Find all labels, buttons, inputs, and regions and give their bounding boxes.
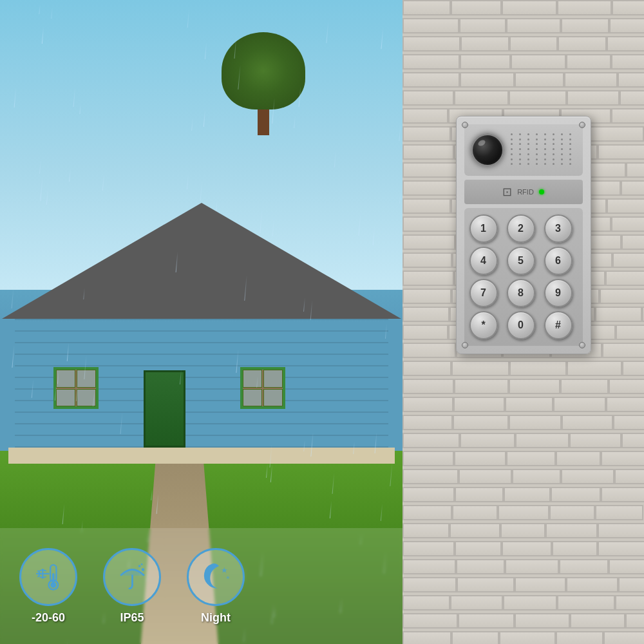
svg-rect-11 (52, 573, 55, 584)
speaker-dot (511, 138, 513, 140)
brick (512, 469, 561, 484)
key-9-button[interactable]: 9 (544, 279, 573, 307)
pane (243, 389, 262, 407)
speaker-dot (561, 163, 563, 165)
key-2-button[interactable]: 2 (507, 214, 535, 243)
speaker-dot (561, 148, 563, 150)
brick (402, 162, 457, 178)
pane (56, 370, 75, 388)
brick (556, 631, 604, 644)
speaker-dot (527, 148, 529, 150)
key-7-button[interactable]: 7 (469, 279, 498, 307)
speaker-dot (536, 143, 538, 145)
brick (502, 541, 553, 556)
speaker-dot (561, 158, 563, 160)
brick (603, 631, 644, 644)
speaker-dot (553, 138, 554, 140)
key-1-button[interactable]: 1 (469, 214, 498, 243)
brick (562, 415, 613, 430)
speaker-dot (536, 163, 538, 165)
brick (598, 523, 644, 538)
key-8-button[interactable]: 8 (507, 279, 535, 307)
speaker-dot (569, 148, 571, 150)
speaker-dot (553, 143, 554, 145)
brick (460, 433, 515, 448)
key-5-button[interactable]: 5 (507, 247, 535, 275)
brick (564, 72, 617, 88)
speaker-dot (553, 163, 554, 165)
brick (402, 559, 456, 574)
brick-row (402, 541, 644, 559)
brick (402, 577, 457, 592)
pane (263, 389, 283, 407)
brick (569, 433, 621, 448)
brick (457, 577, 515, 592)
svg-point-13 (138, 565, 140, 567)
thermometer-snowflake-icon (31, 559, 66, 594)
key-#-button[interactable]: # (544, 311, 573, 339)
brick-row (402, 577, 644, 595)
brick (402, 144, 454, 160)
speaker-dot (544, 143, 546, 145)
umbrella-drops-icon (115, 559, 150, 594)
house-body (15, 319, 388, 448)
brick (402, 270, 454, 286)
brick (402, 469, 459, 484)
brick (459, 18, 506, 33)
brick-row (402, 613, 644, 631)
key-3-button[interactable]: 3 (544, 214, 573, 243)
brick (600, 289, 644, 304)
speaker-dot (527, 153, 529, 155)
brick (402, 541, 455, 556)
speaker-dot (544, 158, 546, 160)
speaker-dot (511, 158, 513, 160)
brick (620, 90, 644, 106)
brick (606, 397, 644, 412)
brick (451, 0, 502, 15)
rfid-indicator (539, 189, 544, 194)
key-4-button[interactable]: 4 (469, 247, 498, 275)
brick (500, 523, 545, 538)
key-0-button[interactable]: 0 (507, 311, 535, 339)
key-*-button[interactable]: * (469, 311, 498, 339)
brick (616, 325, 644, 340)
speaker-dot (569, 153, 571, 155)
tree-crown (222, 32, 305, 109)
brick (557, 0, 612, 15)
feature-night: Night (187, 548, 245, 625)
brick (498, 505, 549, 520)
speaker-dot (544, 148, 546, 150)
moon-stars-icon (198, 559, 234, 594)
brick (567, 361, 622, 376)
brick (615, 595, 644, 611)
brick (402, 343, 456, 358)
window-right (240, 367, 285, 409)
screw-top-right (579, 122, 585, 128)
speaker-dot (511, 153, 513, 155)
brick (511, 54, 567, 70)
brick (402, 289, 451, 304)
brick (611, 108, 644, 124)
brick (551, 487, 601, 502)
speaker-dot (569, 163, 571, 165)
speaker-dot (519, 163, 521, 165)
brick-row (402, 487, 644, 505)
screw-top-left (462, 122, 468, 128)
keypad-grid: 123456789*0# (469, 214, 578, 339)
brick (402, 252, 452, 268)
brick (505, 397, 553, 412)
brick (402, 126, 451, 142)
brick (549, 505, 595, 520)
brick (454, 379, 509, 394)
brick (545, 523, 598, 538)
brick (612, 0, 644, 15)
brick (509, 415, 562, 430)
brick (455, 487, 504, 502)
brick (557, 595, 615, 611)
brick (454, 451, 506, 466)
brick (453, 397, 505, 412)
key-6-button[interactable]: 6 (544, 247, 573, 275)
speaker-dot (527, 138, 529, 140)
brick (567, 90, 620, 106)
brick-row (402, 0, 644, 18)
